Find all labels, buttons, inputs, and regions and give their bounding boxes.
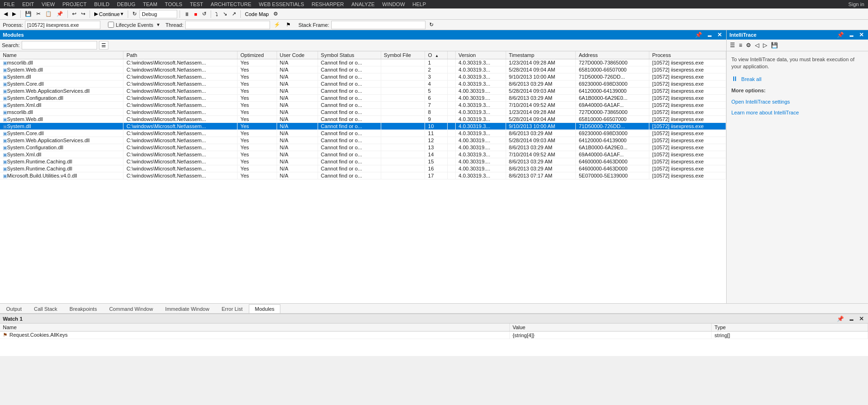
table-row[interactable]: ▣System.Xml.dll C:\windows\Microsoft.Net…	[0, 151, 726, 158]
undo-button[interactable]: ↩	[70, 10, 78, 18]
col-sort-indicator[interactable]	[447, 51, 455, 59]
col-process[interactable]: Process	[649, 51, 726, 59]
stop-button[interactable]: ■	[192, 10, 199, 18]
menu-item-file[interactable]: FILE	[0, 1, 18, 7]
col-name[interactable]: Name	[0, 51, 123, 59]
filter-button[interactable]: ☰	[99, 41, 108, 49]
table-row[interactable]: ▣System.Web.dll C:\windows\Microsoft.Net…	[0, 116, 726, 123]
tab-error-list[interactable]: Error List	[215, 304, 249, 313]
arch-button[interactable]: ⚙	[271, 10, 280, 18]
paste-button[interactable]: 📌	[55, 10, 65, 18]
menu-item-help[interactable]: HELP	[409, 1, 430, 7]
tab-modules[interactable]: Modules	[249, 304, 281, 313]
tab-breakpoints[interactable]: Breakpoints	[64, 304, 103, 313]
tab-command-window[interactable]: Command Window	[103, 304, 159, 313]
col-optimized[interactable]: Optimized	[237, 51, 277, 59]
thread-filter-button[interactable]: ⚡	[272, 21, 282, 29]
table-row[interactable]: ▣System.Core.dll C:\windows\Microsoft.Ne…	[0, 130, 726, 137]
it-calls-btn[interactable]: ≡	[737, 41, 744, 49]
menu-item-tools[interactable]: TOOLS	[161, 1, 186, 7]
it-settings-link[interactable]: Open IntelliTrace settings	[731, 99, 790, 105]
step-into-button[interactable]: ↘	[221, 10, 229, 18]
process-dropdown[interactable]: [10572] iisexpress.exe	[25, 21, 100, 29]
menu-item-team[interactable]: TEAM	[139, 1, 161, 7]
copy-button[interactable]: 📋	[43, 10, 54, 18]
stack-refresh-button[interactable]: ↻	[427, 21, 435, 29]
thread-flag-button[interactable]: ⚑	[284, 21, 293, 29]
watch-col-name[interactable]: Name	[0, 324, 509, 332]
step-over-button[interactable]: ⤵	[213, 10, 220, 18]
tab-call-stack[interactable]: Call Stack	[28, 304, 64, 313]
table-row[interactable]: ▣System.Web.dll C:\windows\Microsoft.Net…	[0, 66, 726, 73]
redo-button[interactable]: ↪	[79, 10, 87, 18]
refresh-button[interactable]: ↻	[131, 10, 139, 18]
watch-col-value[interactable]: Value	[509, 324, 712, 332]
minimize-button[interactable]: 🗕	[705, 32, 714, 38]
it-close-button[interactable]: ✕	[858, 32, 865, 38]
col-timestamp[interactable]: Timestamp	[506, 51, 575, 59]
table-row[interactable]: ▣System.Web.ApplicationServices.dll C:\w…	[0, 88, 726, 95]
col-version[interactable]: Version	[455, 51, 506, 59]
menu-item-project[interactable]: PROJECT	[58, 1, 90, 7]
menu-item-edit[interactable]: EDIT	[18, 1, 38, 7]
col-user-code[interactable]: User Code	[277, 51, 318, 59]
lifecycle-checkbox[interactable]	[108, 22, 114, 28]
menu-item-analyze[interactable]: ANALYZE	[348, 1, 378, 7]
thread-dropdown[interactable]	[185, 21, 270, 29]
break-all-link[interactable]: Break all	[741, 76, 762, 82]
tab-immediate-window[interactable]: Immediate Window	[159, 304, 216, 313]
it-events-btn[interactable]: ☰	[729, 41, 737, 49]
restart-button[interactable]: ↺	[200, 10, 208, 18]
table-row[interactable]: ▣Microsoft.Build.Utilities.v4.0.dll C:\w…	[0, 172, 726, 179]
it-back-btn[interactable]: ◁	[753, 41, 761, 49]
pause-button[interactable]: ⏸	[182, 10, 191, 18]
watch-pin-button[interactable]: 📌	[835, 316, 845, 322]
debug-dropdown[interactable]: Debug	[139, 10, 177, 18]
menu-item-web-essentials[interactable]: WEB ESSENTIALS	[255, 1, 308, 7]
table-row[interactable]: ▣System.Web.ApplicationServices.dll C:\w…	[0, 137, 726, 144]
menu-item-view[interactable]: VIEW	[38, 1, 58, 7]
table-row[interactable]: ▣System.dll C:\windows\Microsoft.Net\ass…	[0, 123, 726, 130]
it-pin-button[interactable]: 📌	[835, 32, 845, 38]
stack-frame-dropdown[interactable]	[331, 21, 426, 29]
col-address[interactable]: Address	[576, 51, 649, 59]
menu-item-build[interactable]: BUILD	[90, 1, 113, 7]
menu-item-debug[interactable]: DEBUG	[113, 1, 139, 7]
it-minimize-button[interactable]: 🗕	[847, 32, 856, 38]
it-save-btn[interactable]: 💾	[770, 41, 779, 49]
continue-button[interactable]: ▶ Continue ▾	[92, 10, 125, 18]
pin-button[interactable]: 📌	[694, 32, 704, 38]
table-row[interactable]: ▣System.Configuration.dll C:\windows\Mic…	[0, 95, 726, 102]
menu-item-test[interactable]: TEST	[186, 1, 207, 7]
table-row[interactable]: ▣mscorlib.dll C:\windows\Microsoft.Net\a…	[0, 109, 726, 116]
code-map-button[interactable]: Code Map	[243, 10, 271, 18]
table-row[interactable]: ▣System.dll C:\windows\Microsoft.Net\ass…	[0, 73, 726, 81]
search-input[interactable]: Microsoft	[22, 41, 97, 49]
close-button[interactable]: ✕	[716, 32, 723, 38]
menu-item-architecture[interactable]: ARCHITECTURE	[207, 1, 255, 7]
table-row[interactable]: ▣System.Runtime.Caching.dll C:\windows\M…	[0, 165, 726, 172]
menu-item-window[interactable]: WINDOW	[378, 1, 409, 7]
table-row[interactable]: ▣mscorlib.dll C:\windows\Microsoft.Net\a…	[0, 59, 726, 66]
watch-close-button[interactable]: ✕	[858, 316, 865, 322]
col-symbol-status[interactable]: Symbol Status	[318, 51, 381, 59]
table-row[interactable]: ▣System.Runtime.Caching.dll C:\windows\M…	[0, 158, 726, 165]
table-row[interactable]: ▣System.Xml.dll C:\windows\Microsoft.Net…	[0, 102, 726, 109]
step-out-button[interactable]: ↗	[230, 10, 238, 18]
cut-button[interactable]: ✂	[34, 10, 42, 18]
it-settings-btn[interactable]: ⚙	[745, 41, 753, 49]
watch-col-type[interactable]: Type	[712, 324, 868, 332]
forward-button[interactable]: ▶	[10, 10, 18, 18]
table-row[interactable]: ▣System.Configuration.dll C:\windows\Mic…	[0, 144, 726, 151]
back-button[interactable]: ◀	[2, 10, 9, 18]
table-row[interactable]: ▣System.Core.dll C:\windows\Microsoft.Ne…	[0, 81, 726, 88]
watch-minimize-button[interactable]: 🗕	[847, 316, 856, 322]
save-button[interactable]: 💾	[23, 10, 33, 18]
it-forward-btn[interactable]: ▷	[762, 41, 769, 49]
col-path[interactable]: Path	[123, 51, 237, 59]
col-symbol-file[interactable]: Symbol File	[381, 51, 425, 59]
col-o[interactable]: O ▲	[425, 51, 447, 59]
it-learn-link[interactable]: Learn more about IntelliTrace	[731, 110, 799, 115]
menu-item-resharper[interactable]: RESHARPER	[308, 1, 347, 7]
tab-output[interactable]: Output	[0, 304, 28, 313]
